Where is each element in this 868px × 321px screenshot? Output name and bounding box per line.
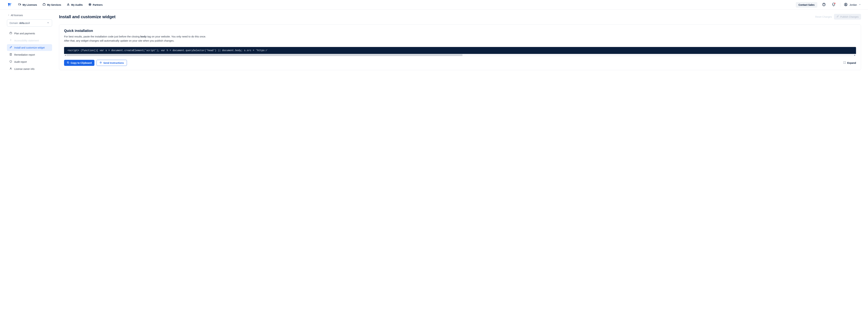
header-left: My Licenses My Services My Audits Partne…: [7, 2, 102, 8]
svg-point-4: [824, 5, 824, 5]
nav-partners[interactable]: Partners: [88, 3, 103, 7]
card-description: For best results, paste the installation…: [64, 35, 856, 43]
svg-point-6: [845, 4, 846, 5]
card-actions: Copy to Clipboard Send Instructions Expa…: [64, 60, 856, 66]
send-instructions-button[interactable]: Send Instructions: [96, 60, 127, 66]
app-logo[interactable]: [7, 2, 12, 8]
nav-label: Partners: [93, 3, 103, 6]
top-header: My Licenses My Services My Audits Partne…: [0, 0, 868, 10]
expand-label: Expand: [847, 62, 856, 64]
chevron-down-icon: [859, 3, 861, 6]
header-right: Contact Sales Jordan: [796, 2, 861, 8]
pencil-icon: [9, 46, 12, 49]
publish-changes-button: Publish Changes: [834, 14, 861, 20]
svg-rect-0: [19, 4, 20, 5]
content-area: Install and customize widget Reset Chang…: [59, 14, 861, 73]
svg-rect-7: [10, 33, 12, 34]
briefcase-icon: [9, 32, 12, 35]
page-title: Install and customize widget: [59, 14, 116, 19]
accessibility-icon: [9, 39, 12, 42]
user-icon: [9, 67, 12, 71]
card-title: Quick installation: [64, 29, 856, 33]
chevron-down-icon: [47, 21, 50, 25]
header-actions: Reset Changes Publish Changes: [815, 14, 861, 20]
help-button[interactable]: [821, 2, 827, 8]
notifications-button[interactable]: [831, 2, 837, 8]
sidebar-item-label: Install and customize widget: [14, 46, 44, 49]
scroll-right-arrow[interactable]: ▶: [854, 54, 856, 56]
domain-selector[interactable]: Domain: delta.co.il: [7, 20, 52, 27]
chevron-left-icon: [8, 14, 10, 16]
main-layout: All licenses Domain: delta.co.il Plan an…: [0, 10, 868, 77]
sidebar-item-audit[interactable]: Audit report: [7, 59, 52, 65]
contact-sales-button[interactable]: Contact Sales: [796, 2, 817, 8]
nav-my-audits[interactable]: My Audits: [67, 3, 83, 7]
sidebar-item-plan[interactable]: Plan and payments: [7, 30, 52, 37]
sidebar: All licenses Domain: delta.co.il Plan an…: [7, 14, 52, 73]
svg-rect-11: [68, 62, 69, 64]
help-icon: [822, 3, 826, 7]
nav-label: My Licenses: [23, 3, 37, 6]
nav-label: My Audits: [71, 3, 83, 6]
notification-dot: [834, 3, 836, 4]
content-header: Install and customize widget Reset Chang…: [59, 14, 861, 20]
sidebar-item-statement: Accessibility statement: [7, 37, 52, 44]
expand-icon: [843, 61, 846, 64]
copy-label: Copy to Clipboard: [71, 62, 92, 64]
reset-changes-button: Reset Changes: [815, 15, 832, 18]
horizontal-scrollbar[interactable]: ◀ ▶: [64, 54, 856, 56]
sidebar-item-label: Accessibility statement: [14, 39, 39, 42]
card-actions-left: Copy to Clipboard Send Instructions: [64, 60, 127, 66]
domain-label: Domain:: [9, 22, 19, 25]
code-wrapper: <script> (function(){ var s = document.c…: [64, 47, 856, 56]
shield-icon: [9, 60, 12, 64]
expand-button[interactable]: Expand: [843, 61, 856, 64]
copy-icon: [67, 61, 69, 64]
send-label: Send Instructions: [103, 62, 124, 64]
publish-label: Publish Changes: [840, 15, 859, 18]
license-icon: [18, 3, 21, 7]
at-icon: [99, 61, 102, 64]
user-circle-icon: [844, 3, 848, 7]
quick-installation-card: Quick installation For best results, pas…: [59, 25, 861, 70]
nav-my-licenses[interactable]: My Licenses: [18, 3, 37, 7]
pencil-icon: [836, 15, 839, 18]
user-name: Jordan: [849, 3, 857, 6]
sidebar-item-remediation[interactable]: Remediation report: [7, 51, 52, 58]
copy-to-clipboard-button[interactable]: Copy to Clipboard: [64, 60, 94, 66]
nav-my-services[interactable]: My Services: [42, 3, 61, 7]
back-to-licenses[interactable]: All licenses: [7, 14, 52, 16]
domain-value: delta.co.il: [19, 22, 30, 25]
svg-point-8: [10, 39, 11, 40]
sidebar-item-label: Remediation report: [14, 54, 35, 56]
document-icon: [9, 53, 12, 56]
sidebar-item-label: License owner info: [14, 68, 35, 70]
sidebar-item-owner[interactable]: License owner info: [7, 66, 52, 72]
nav-label: My Services: [47, 3, 61, 6]
scroll-thumb[interactable]: [66, 54, 462, 56]
scroll-left-arrow[interactable]: ◀: [64, 54, 66, 56]
svg-point-10: [10, 68, 11, 69]
user-menu[interactable]: Jordan: [844, 3, 861, 7]
briefcase-icon: [42, 3, 45, 7]
sidebar-item-widget[interactable]: Install and customize widget: [7, 44, 52, 51]
star-icon: [88, 3, 92, 7]
audit-icon: [67, 3, 70, 7]
back-label: All licenses: [11, 14, 23, 16]
sidebar-item-label: Plan and payments: [14, 32, 35, 35]
sidebar-item-label: Audit report: [14, 61, 27, 63]
svg-rect-1: [43, 4, 45, 5]
installation-code[interactable]: <script> (function(){ var s = document.c…: [64, 47, 856, 54]
